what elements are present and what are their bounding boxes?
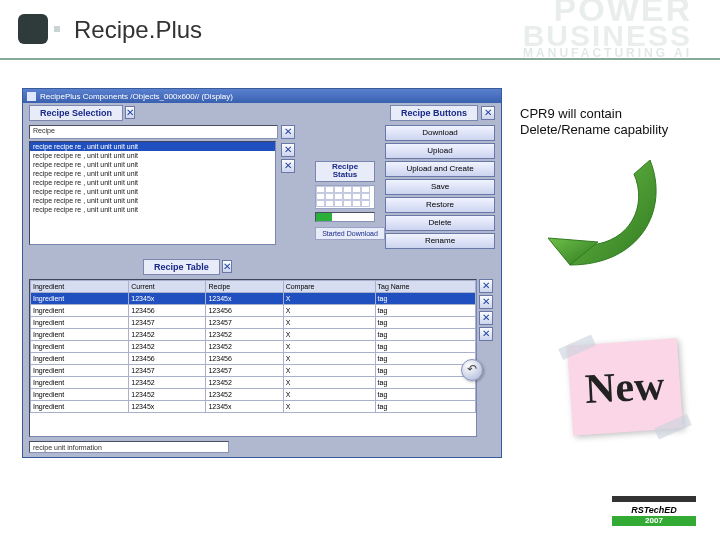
table-cell: tag	[375, 353, 475, 365]
recipe-status-panel: Recipe Status Started Download	[315, 161, 375, 240]
table-cell: Ingredient	[31, 389, 129, 401]
table-cell: Ingredient	[31, 293, 129, 305]
save-button[interactable]: Save	[385, 179, 495, 195]
table-cell: X	[283, 305, 375, 317]
table-cell: tag	[375, 401, 475, 413]
column-header[interactable]: Tag Name	[375, 281, 475, 293]
table-row[interactable]: Ingredient12345x12345xXtag	[31, 401, 476, 413]
table-cell: 123452	[129, 329, 206, 341]
bg-word: MANUFACTURING AI	[523, 48, 692, 59]
table-row[interactable]: Ingredient12345x12345xXtag	[31, 293, 476, 305]
table-cell: X	[283, 329, 375, 341]
close-icon[interactable]: ✕	[481, 106, 495, 120]
table-cell: 123452	[206, 389, 283, 401]
close-icon[interactable]: ✕	[479, 311, 493, 325]
list-item[interactable]: recipe recipe re , unit unit unit unit	[30, 196, 275, 205]
delete-button[interactable]: Delete	[385, 215, 495, 231]
list-item[interactable]: recipe recipe re , unit unit unit unit	[30, 178, 275, 187]
table-cell: 123456	[206, 353, 283, 365]
close-icon[interactable]: ✕	[479, 279, 493, 293]
table-cell: 12345x	[206, 293, 283, 305]
table-cell: 12345x	[129, 401, 206, 413]
table-row[interactable]: Ingredient123456123456Xtag	[31, 305, 476, 317]
download-button[interactable]: Download	[385, 125, 495, 141]
table-cell: Ingredient	[31, 365, 129, 377]
refresh-round-button[interactable]	[461, 359, 483, 381]
progress-bar	[315, 212, 375, 222]
table-cell: 123457	[206, 365, 283, 377]
list-item[interactable]: recipe recipe re , unit unit unit unit	[30, 160, 275, 169]
tape-icon	[558, 334, 596, 360]
table-cell: X	[283, 341, 375, 353]
column-header[interactable]: Ingredient	[31, 281, 129, 293]
table-cell: 12345x	[206, 401, 283, 413]
footer-logo-text: RSTechED	[631, 505, 677, 515]
list-item[interactable]: recipe recipe re , unit unit unit unit	[30, 142, 275, 151]
recipe-selection-header: Recipe Selection ✕	[29, 105, 135, 121]
table-cell: 123456	[129, 353, 206, 365]
table-cell: Ingredient	[31, 317, 129, 329]
list-item[interactable]: recipe recipe re , unit unit unit unit	[30, 205, 275, 214]
table-cell: Ingredient	[31, 305, 129, 317]
table-cell: tag	[375, 317, 475, 329]
footer-info-field[interactable]: recipe unit information	[29, 441, 229, 453]
close-icon[interactable]: ✕	[281, 125, 295, 139]
table-row[interactable]: Ingredient123457123457Xtag	[31, 365, 476, 377]
list-item[interactable]: recipe recipe re , unit unit unit unit	[30, 187, 275, 196]
status-grid	[315, 185, 375, 209]
table-cell: 123452	[129, 377, 206, 389]
bg-word: BUSINESS	[523, 22, 692, 49]
column-header[interactable]: Current	[129, 281, 206, 293]
table-cell: 123456	[129, 305, 206, 317]
table-cell: tag	[375, 329, 475, 341]
recipe-buttons-header: Recipe Buttons ✕	[390, 105, 495, 121]
close-icon[interactable]: ✕	[222, 260, 232, 273]
recipe-field[interactable]: Recipe	[29, 125, 278, 139]
list-item[interactable]: recipe recipe re , unit unit unit unit	[30, 169, 275, 178]
column-header[interactable]: Recipe	[206, 281, 283, 293]
annotation-line: Delete/Rename capability	[520, 122, 668, 138]
column-header[interactable]: Compare	[283, 281, 375, 293]
table-cell: X	[283, 389, 375, 401]
footer-year: 2007	[612, 516, 696, 526]
table-row[interactable]: Ingredient123452123452Xtag	[31, 377, 476, 389]
table-cell: 123452	[206, 329, 283, 341]
recipe-buttons-label: Recipe Buttons	[390, 105, 478, 121]
close-icon[interactable]: ✕	[479, 327, 493, 341]
list-item[interactable]: recipe recipe re , unit unit unit unit	[30, 151, 275, 160]
table-row[interactable]: Ingredient123457123457Xtag	[31, 317, 476, 329]
upload-button[interactable]: Upload	[385, 143, 495, 159]
close-icon[interactable]: ✕	[281, 159, 295, 173]
table-row[interactable]: Ingredient123456123456Xtag	[31, 353, 476, 365]
table-row[interactable]: Ingredient123452123452Xtag	[31, 329, 476, 341]
sticker-text: New	[584, 361, 666, 413]
recipe-listbox[interactable]: recipe recipe re , unit unit unit unitre…	[29, 141, 276, 245]
table-cell: Ingredient	[31, 353, 129, 365]
annotation: CPR9 will contain Delete/Rename capabili…	[520, 106, 668, 139]
close-icon[interactable]: ✕	[281, 143, 295, 157]
table-cell: 123457	[129, 365, 206, 377]
table-cell: Ingredient	[31, 377, 129, 389]
table-cell: X	[283, 353, 375, 365]
upload-create-button[interactable]: Upload and Create	[385, 161, 495, 177]
slide-logo-icon	[18, 14, 48, 44]
table-cell: 123457	[206, 317, 283, 329]
table-cell: tag	[375, 293, 475, 305]
table-cell: 123457	[129, 317, 206, 329]
close-icon[interactable]: ✕	[479, 295, 493, 309]
annotation-line: CPR9 will contain	[520, 106, 668, 122]
rename-button[interactable]: Rename	[385, 233, 495, 249]
app-window: RecipePlus Components /Objects_000x600//…	[22, 88, 502, 458]
recipe-table-scroll[interactable]: IngredientCurrentRecipeCompareTag Name I…	[29, 279, 477, 437]
table-row[interactable]: Ingredient123452123452Xtag	[31, 341, 476, 353]
close-icon[interactable]: ✕	[125, 106, 135, 119]
table-cell: tag	[375, 377, 475, 389]
table-cell: tag	[375, 305, 475, 317]
table-cell: tag	[375, 389, 475, 401]
restore-button[interactable]: Restore	[385, 197, 495, 213]
table-cell: X	[283, 377, 375, 389]
table-cell: tag	[375, 341, 475, 353]
recipe-table: IngredientCurrentRecipeCompareTag Name I…	[30, 280, 476, 413]
table-row[interactable]: Ingredient123452123452Xtag	[31, 389, 476, 401]
titlebar[interactable]: RecipePlus Components /Objects_000x600//…	[23, 89, 501, 103]
